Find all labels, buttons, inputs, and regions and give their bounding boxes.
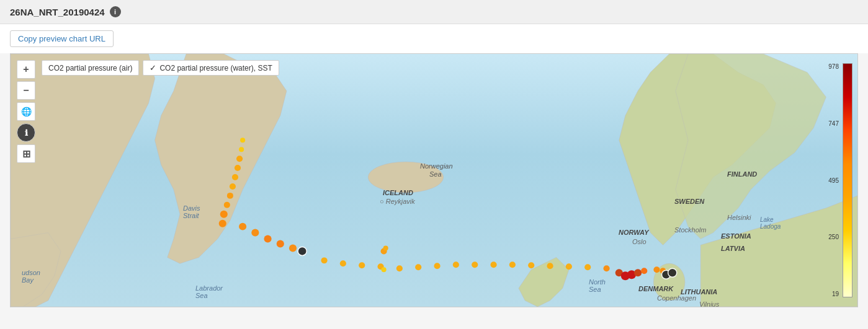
- svg-point-5: [235, 165, 241, 171]
- svg-point-4: [236, 156, 243, 162]
- copy-button-label: Copy preview chart URL: [18, 34, 105, 43]
- toolbar: Copy preview chart URL: [0, 24, 868, 53]
- svg-point-18: [298, 247, 306, 255]
- globe-button[interactable]: 🌐: [17, 102, 35, 121]
- svg-point-13: [251, 229, 259, 237]
- map-controls: + − 🌐 ℹ ⊞: [17, 60, 35, 163]
- page-header: 26NA_NRT_20190424 i: [0, 0, 868, 24]
- svg-point-2: [240, 138, 245, 143]
- map-container[interactable]: + − 🌐 ℹ ⊞ CO2 partial pressure (air) ✓ C…: [10, 53, 858, 307]
- co2-air-layer-button[interactable]: CO2 partial pressure (air): [42, 60, 139, 76]
- info-button[interactable]: ℹ: [17, 123, 35, 142]
- svg-point-27: [453, 261, 459, 268]
- svg-point-20: [340, 260, 346, 266]
- svg-point-3: [239, 147, 244, 152]
- svg-point-11: [219, 220, 226, 227]
- svg-point-15: [277, 240, 284, 248]
- zoom-out-button[interactable]: −: [17, 81, 35, 100]
- co2-air-label: CO2 partial pressure (air): [48, 64, 132, 72]
- layers-button[interactable]: ⊞: [17, 144, 35, 163]
- zoom-in-button[interactable]: +: [17, 60, 35, 79]
- svg-point-0: [368, 162, 443, 193]
- svg-point-26: [434, 263, 441, 269]
- scale-labels: 978 747 495 250 19: [828, 63, 839, 297]
- svg-point-40: [641, 268, 647, 274]
- svg-point-6: [232, 174, 238, 180]
- scale-mid-high-label: 747: [828, 120, 839, 127]
- title-info-icon[interactable]: i: [110, 6, 121, 17]
- svg-point-19: [321, 257, 328, 263]
- svg-point-7: [230, 183, 236, 190]
- svg-point-34: [584, 264, 591, 270]
- color-scale: 978 747 495 250 19: [839, 63, 852, 297]
- scale-mid-label: 495: [828, 177, 839, 184]
- svg-point-41: [653, 266, 660, 273]
- map-svg: [11, 54, 857, 307]
- svg-point-21: [359, 262, 365, 268]
- svg-point-30: [509, 261, 516, 268]
- svg-point-16: [289, 244, 297, 252]
- svg-point-28: [472, 261, 478, 268]
- svg-point-8: [227, 193, 233, 199]
- svg-point-12: [239, 223, 246, 230]
- svg-point-33: [566, 263, 572, 270]
- svg-point-44: [668, 268, 677, 277]
- scale-color-bar: [843, 63, 852, 297]
- scale-max-label: 978: [828, 63, 839, 70]
- svg-point-25: [415, 264, 421, 270]
- svg-point-24: [396, 265, 403, 271]
- co2-water-sst-layer-button[interactable]: ✓ CO2 partial pressure (water), SST: [143, 60, 279, 76]
- scale-mid-low-label: 250: [828, 234, 839, 240]
- svg-point-23: [382, 267, 387, 272]
- svg-point-35: [604, 265, 610, 271]
- svg-point-39: [634, 269, 642, 276]
- svg-point-14: [264, 235, 271, 243]
- copy-preview-url-button[interactable]: Copy preview chart URL: [10, 30, 114, 47]
- co2-water-sst-label: CO2 partial pressure (water), SST: [159, 64, 272, 72]
- page-title: 26NA_NRT_20190424: [10, 7, 105, 17]
- svg-point-46: [383, 245, 388, 250]
- checkmark-icon: ✓: [150, 63, 156, 72]
- svg-point-32: [547, 263, 553, 269]
- scale-min-label: 19: [832, 291, 839, 297]
- svg-point-10: [220, 211, 228, 218]
- svg-point-29: [491, 261, 497, 268]
- layer-buttons: CO2 partial pressure (air) ✓ CO2 partial…: [42, 60, 279, 76]
- svg-point-9: [224, 202, 230, 208]
- svg-point-31: [528, 262, 534, 268]
